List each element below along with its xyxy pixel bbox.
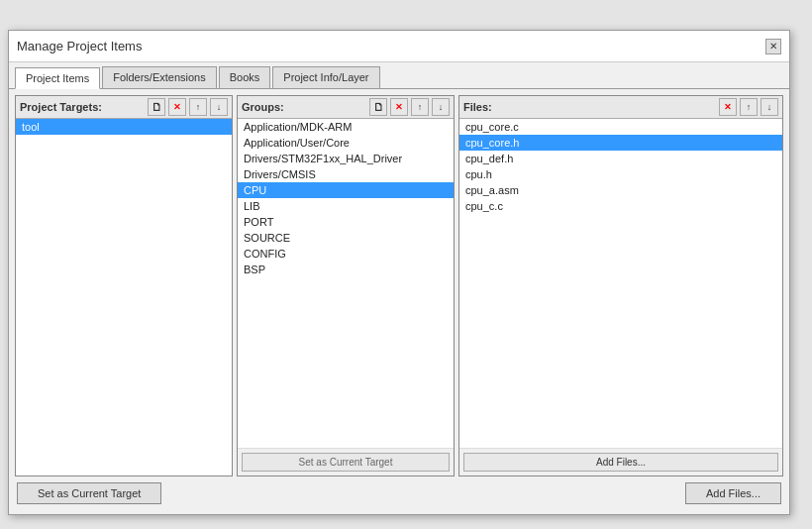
tabs-bar: Project Items Folders/Extensions Books P… bbox=[9, 62, 789, 89]
bottom-row: Set as Current Target Add Files... bbox=[15, 482, 783, 504]
list-item[interactable]: cpu_a.asm bbox=[459, 182, 782, 198]
groups-add-button[interactable]: 🗋 bbox=[369, 98, 387, 116]
list-item[interactable]: Application/User/Core bbox=[238, 135, 454, 151]
files-up-button[interactable]: ↑ bbox=[740, 98, 758, 116]
list-item[interactable]: Drivers/STM32F1xx_HAL_Driver bbox=[238, 151, 454, 166]
panel-targets-label: Project Targets: bbox=[20, 101, 145, 113]
panel-groups: Groups: 🗋 ✕ ↑ ↓ Application/MDK-ARM bbox=[237, 95, 455, 476]
content-area: Project Targets: 🗋 ✕ ↑ ↓ tool bbox=[9, 89, 789, 510]
panels-row: Project Targets: 🗋 ✕ ↑ ↓ tool bbox=[15, 95, 783, 476]
list-item[interactable]: CONFIG bbox=[238, 246, 454, 262]
panel-project-targets: Project Targets: 🗋 ✕ ↑ ↓ tool bbox=[15, 95, 233, 476]
dialog-title: Manage Project Items bbox=[17, 39, 142, 53]
bottom-right-buttons: Add Files... bbox=[685, 482, 781, 504]
add-files-button[interactable]: Add Files... bbox=[685, 482, 781, 504]
groups-set-current-target-button[interactable]: Set as Current Target bbox=[242, 453, 450, 472]
files-add-files-area: Add Files... bbox=[459, 448, 782, 476]
set-current-target-button[interactable]: Set as Current Target bbox=[17, 482, 161, 504]
list-item[interactable]: cpu_core.c bbox=[459, 119, 782, 135]
targets-delete-button[interactable]: ✕ bbox=[168, 98, 186, 116]
list-item[interactable]: cpu_c.c bbox=[459, 198, 782, 214]
panel-targets-header: Project Targets: 🗋 ✕ ↑ ↓ bbox=[16, 96, 232, 119]
list-item[interactable]: PORT bbox=[238, 214, 454, 230]
files-list: cpu_core.c cpu_core.h cpu_def.h cpu.h cp… bbox=[459, 119, 782, 448]
list-item[interactable]: cpu.h bbox=[459, 166, 782, 182]
panel-groups-label: Groups: bbox=[242, 101, 366, 113]
dialog-window: Manage Project Items ✕ Project Items Fol… bbox=[8, 30, 790, 515]
tab-project-info-layer[interactable]: Project Info/Layer bbox=[272, 66, 379, 88]
title-bar-controls: ✕ bbox=[765, 39, 781, 54]
tab-books[interactable]: Books bbox=[219, 66, 271, 88]
list-item[interactable]: cpu_core.h bbox=[459, 135, 782, 151]
files-down-button[interactable]: ↓ bbox=[761, 98, 778, 116]
groups-down-button[interactable]: ↓ bbox=[432, 98, 450, 116]
panel-files-header: Files: ✕ ↑ ↓ bbox=[459, 96, 782, 119]
tab-folders-extensions[interactable]: Folders/Extensions bbox=[102, 66, 217, 88]
list-item[interactable]: LIB bbox=[238, 198, 454, 214]
groups-up-button[interactable]: ↑ bbox=[411, 98, 429, 116]
groups-list: Application/MDK-ARM Application/User/Cor… bbox=[238, 119, 454, 448]
groups-set-current-area: Set as Current Target bbox=[238, 448, 454, 476]
list-item[interactable]: cpu_def.h bbox=[459, 151, 782, 166]
dialog-close-button[interactable]: ✕ bbox=[765, 39, 781, 54]
panel-files: Files: ✕ ↑ ↓ cpu_core.c cpu_core.h cpu_d… bbox=[458, 95, 783, 476]
targets-add-button[interactable]: 🗋 bbox=[148, 98, 165, 116]
targets-down-button[interactable]: ↓ bbox=[210, 98, 228, 116]
title-bar: Manage Project Items ✕ bbox=[9, 31, 789, 62]
targets-up-button[interactable]: ↑ bbox=[189, 98, 207, 116]
add-files-button[interactable]: Add Files... bbox=[463, 453, 778, 472]
list-item[interactable]: Drivers/CMSIS bbox=[238, 166, 454, 182]
list-item[interactable]: tool bbox=[16, 119, 232, 135]
panel-groups-header: Groups: 🗋 ✕ ↑ ↓ bbox=[238, 96, 454, 119]
tab-project-items[interactable]: Project Items bbox=[15, 67, 100, 89]
targets-list: tool bbox=[16, 119, 232, 476]
list-item[interactable]: SOURCE bbox=[238, 230, 454, 246]
list-item[interactable]: CPU bbox=[238, 182, 454, 198]
list-item[interactable]: BSP bbox=[238, 262, 454, 277]
files-delete-button[interactable]: ✕ bbox=[719, 98, 737, 116]
panel-files-label: Files: bbox=[463, 101, 716, 113]
list-item[interactable]: Application/MDK-ARM bbox=[238, 119, 454, 135]
groups-delete-button[interactable]: ✕ bbox=[390, 98, 408, 116]
